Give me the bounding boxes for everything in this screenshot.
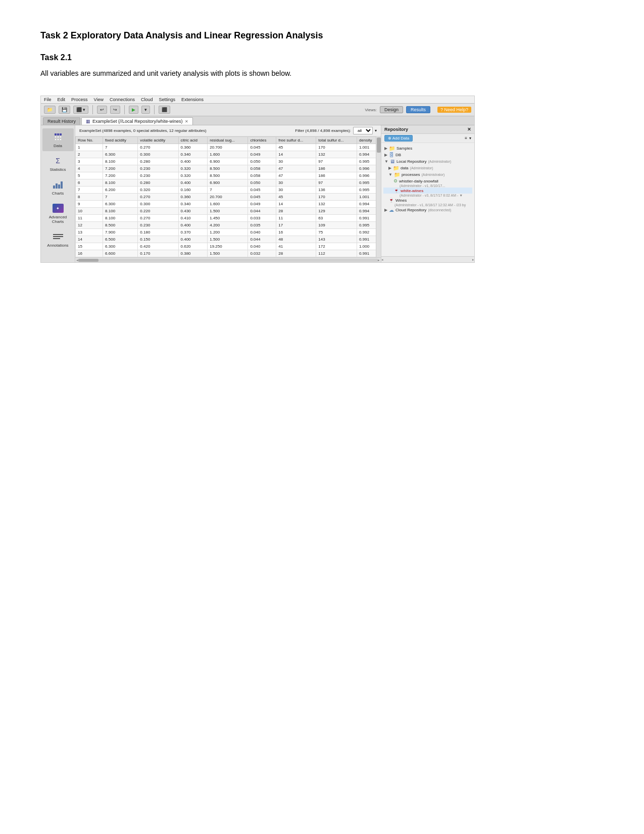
repo-item-data-folder[interactable]: ▶ 📁 data (Administrator) <box>383 165 472 171</box>
sidebar-item-annotations[interactable]: Annotations <box>42 228 74 251</box>
table-cell-r12-c2: 0.230 <box>138 222 178 229</box>
table-cell-r3-c3: 0.400 <box>178 158 208 165</box>
h-scroll-thumb[interactable] <box>78 259 98 262</box>
table-cell-r11-c4: 1.450 <box>208 215 248 222</box>
data-icon <box>51 131 65 143</box>
table-cell-r12-c5: 0.035 <box>248 222 276 229</box>
menu-connections[interactable]: Connections <box>110 97 135 102</box>
repo-item-white-wines[interactable]: 🍷 white-wines <box>383 188 472 194</box>
menu-file[interactable]: File <box>44 97 52 102</box>
toolbar-stop-btn[interactable]: ⬛ <box>159 106 170 114</box>
vertical-scrollbar[interactable] <box>376 136 381 257</box>
menu-view[interactable]: View <box>94 97 104 102</box>
table-cell-r7-c1: 6.200 <box>103 187 138 194</box>
h-scroll-right-arrow[interactable]: ▸ <box>378 258 380 262</box>
col-header-row-no: Row No. <box>76 137 103 144</box>
menu-cloud[interactable]: Cloud <box>141 97 153 102</box>
sidebar-item-data[interactable]: Data <box>42 128 74 151</box>
results-view-btn[interactable]: Results <box>406 106 430 113</box>
table-cell-r10-c6: 28 <box>276 208 316 215</box>
toolbar-save-as-btn[interactable]: ⬛ ▾ <box>73 106 88 114</box>
toolbar-save-btn[interactable]: 💾 <box>59 106 70 114</box>
filter-dropdown-icon[interactable]: ▾ <box>375 128 377 133</box>
scroll-thumb[interactable] <box>377 137 381 153</box>
table-cell-r6-c1: 8.100 <box>103 179 138 187</box>
repo-toolbar-dropdown-icon[interactable]: ▾ <box>469 136 471 141</box>
result-history-tab[interactable]: Result History <box>43 117 80 125</box>
expand-arrow-samples: ▶ <box>384 146 387 151</box>
center-content: ExampleSet (4898 examples, 0 special att… <box>75 125 381 262</box>
repo-toolbar-menu-icon[interactable]: ≡ <box>465 136 467 141</box>
filter-select[interactable]: all <box>353 127 373 134</box>
expand-arrow-data: ▶ <box>388 166 391 170</box>
example-set-tab[interactable]: ▦ ExampleSet (//Local Repository/white-w… <box>81 117 193 125</box>
table-row: 96.3000.3000.3401.6000.049141320.994 <box>76 201 381 208</box>
repo-processes-extra: (Administrator) <box>421 173 444 176</box>
table-cell-r9-c4: 1.600 <box>208 201 248 208</box>
toolbar-undo-btn[interactable]: ↩ <box>97 106 107 114</box>
table-cell-r6-c6: 30 <box>276 179 316 187</box>
need-help-btn[interactable]: ? Need Help? <box>437 107 471 113</box>
table-cell-r8-c3: 0.360 <box>178 194 208 201</box>
table-cell-r3-c4: 6.900 <box>208 158 248 165</box>
sidebar-item-charts[interactable]: Charts <box>42 176 74 199</box>
table-cell-r2-c7: 132 <box>316 151 357 158</box>
repo-item-processes-folder[interactable]: ▼ 📁 processes (Administrator) <box>383 171 472 178</box>
data-label: Data <box>54 144 62 148</box>
table-cell-r3-c0: 3 <box>76 158 103 165</box>
toolbar-run-dropdown-btn[interactable]: ▾ <box>141 106 150 114</box>
chart-bar-2 <box>56 183 58 189</box>
horizontal-scrollbar[interactable]: ◂ ▸ <box>75 257 381 262</box>
repo-item-wines[interactable]: 🍷 Wines <box>383 197 472 203</box>
chart-bar-1 <box>53 186 55 189</box>
toolbar-redo-btn[interactable]: ↪ <box>110 106 120 114</box>
table-cell-r2-c1: 6.300 <box>103 151 138 158</box>
table-cell-r15-c4: 19.250 <box>208 243 248 250</box>
save-icon: 💾 <box>62 107 67 112</box>
tab-close-btn[interactable]: ✕ <box>185 119 188 124</box>
toolbar-run-btn[interactable]: ▶ <box>129 106 138 114</box>
repo-white-wines-extra: (Administrator - v3, 8/17/17 8:02 AM - ▼ <box>383 194 472 197</box>
repo-item-whistler[interactable]: ⚙ whistler-daily-snowfall <box>383 178 472 184</box>
table-cell-r16-c2: 0.170 <box>138 250 178 257</box>
menu-process[interactable]: Process <box>71 97 88 102</box>
menu-settings[interactable]: Settings <box>159 97 175 102</box>
folder-icon-data: 📁 <box>393 165 399 171</box>
table-cell-r16-c4: 1.500 <box>208 250 248 257</box>
toolbar-separator-2 <box>124 105 125 114</box>
sidebar-item-advanced-charts[interactable]: ✦ Advanced Charts <box>42 200 74 227</box>
cloud-icon: ☁ <box>389 207 394 213</box>
table-cell-r16-c0: 16 <box>76 250 103 257</box>
repo-label-data: data <box>401 166 409 170</box>
menu-edit[interactable]: Edit <box>58 97 66 102</box>
col-header-fixed-acidity: fixed acidity <box>103 137 138 144</box>
repo-item-local-repo[interactable]: ▼ 🖥 Local Repository (Administrator) <box>383 158 472 165</box>
table-cell-r5-c7: 186 <box>316 172 357 179</box>
add-data-label: Add Data <box>392 136 409 141</box>
repo-item-samples[interactable]: ▶ 📁 Samples <box>383 145 472 152</box>
add-data-btn[interactable]: ⊕ Add Data <box>384 135 413 142</box>
table-cell-r2-c0: 2 <box>76 151 103 158</box>
filter-info: ExampleSet (4898 examples, 0 special att… <box>79 128 291 133</box>
repo-label-white-wines: white-wines <box>401 189 423 193</box>
chart-bar-4 <box>61 181 63 189</box>
repo-item-db[interactable]: ▶ 🗄 DB <box>383 152 472 158</box>
data-table-wrapper: Row No. fixed acidity volatile acidity c… <box>75 136 381 257</box>
advanced-charts-icon: ✦ <box>51 203 65 214</box>
filter-bar: ExampleSet (4898 examples, 0 special att… <box>75 125 381 136</box>
design-view-btn[interactable]: Design <box>380 106 403 113</box>
col-header-residual-sugar: residual sug... <box>208 137 248 144</box>
menu-extensions[interactable]: Extensions <box>181 97 204 102</box>
table-row: 146.5000.1500.4001.5000.044481430.991 <box>76 236 381 243</box>
sidebar-item-statistics[interactable]: Σ Statistics <box>42 152 74 175</box>
table-cell-r1-c6: 45 <box>276 144 316 151</box>
repo-whistler-extra: (Administrator - v1, 8/10/17... <box>383 184 472 188</box>
repo-item-cloud[interactable]: ▶ ☁ Cloud Repository (disconnected) <box>383 207 472 213</box>
table-cell-r1-c7: 170 <box>316 144 357 151</box>
table-cell-r14-c4: 1.500 <box>208 236 248 243</box>
result-history-label: Result History <box>47 119 76 124</box>
table-cell-r16-c1: 6.600 <box>103 250 138 257</box>
tab-name: ExampleSet (//Local Repository/white-win… <box>92 119 183 124</box>
toolbar-open-btn[interactable]: 📁 <box>44 106 56 114</box>
repository-close-btn[interactable]: ✕ <box>467 127 471 132</box>
